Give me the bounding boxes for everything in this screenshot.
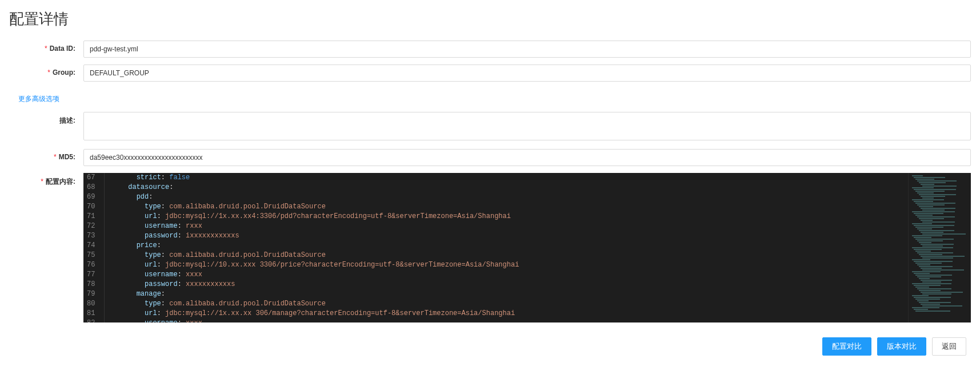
row-md5: *MD5: xyxy=(9,149,971,166)
md5-input[interactable] xyxy=(83,149,971,166)
label-md5: *MD5: xyxy=(9,149,83,161)
code-minimap[interactable] xyxy=(908,173,971,322)
code-content[interactable]: strict: false datasource: pdd: type: com… xyxy=(105,173,908,322)
page-title: 配置详情 xyxy=(9,9,971,29)
label-content: *配置内容: xyxy=(9,173,83,187)
row-data-id: *Data ID: xyxy=(9,41,971,58)
data-id-input[interactable] xyxy=(83,41,971,58)
group-input[interactable] xyxy=(83,64,971,82)
description-input[interactable] xyxy=(83,112,971,140)
row-description: 描述: xyxy=(9,112,971,142)
footer-buttons: 配置对比 版本对比 返回 xyxy=(0,329,980,364)
advanced-options-link[interactable]: 更多高级选项 xyxy=(18,94,59,104)
code-gutter: 67 68 69 70 71 72 73 74 75 76 77 78 79 8… xyxy=(83,173,105,322)
code-editor[interactable]: 67 68 69 70 71 72 73 74 75 76 77 78 79 8… xyxy=(83,173,971,322)
label-data-id: *Data ID: xyxy=(9,41,83,53)
row-content: *配置内容: 67 68 69 70 71 72 73 74 75 76 77 … xyxy=(9,173,971,322)
label-description: 描述: xyxy=(9,112,83,126)
compare-version-button[interactable]: 版本对比 xyxy=(877,337,926,356)
back-button[interactable]: 返回 xyxy=(932,337,966,356)
compare-config-button[interactable]: 配置对比 xyxy=(822,337,871,356)
row-group: *Group: xyxy=(9,64,971,82)
label-group: *Group: xyxy=(9,64,83,76)
